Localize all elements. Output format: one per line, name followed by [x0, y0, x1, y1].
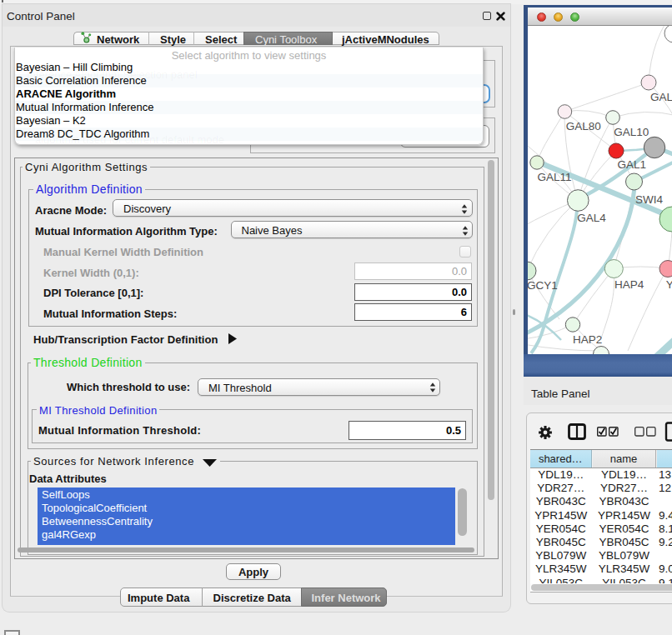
svg-text:Y: Y: [666, 278, 672, 291]
svg-text:HAP4: HAP4: [614, 278, 644, 291]
svg-text:HAP2: HAP2: [573, 333, 602, 346]
svg-text:GAL4: GAL4: [577, 212, 606, 224]
svg-text:GAL: GAL: [650, 91, 672, 103]
svg-text:GAL10: GAL10: [614, 126, 649, 138]
svg-text:GAL80: GAL80: [566, 120, 601, 132]
svg-text:GCY1: GCY1: [528, 279, 558, 292]
svg-text:GAL11: GAL11: [538, 171, 572, 183]
svg-text:GAL1: GAL1: [617, 158, 646, 171]
svg-text:SWI4: SWI4: [635, 193, 663, 206]
